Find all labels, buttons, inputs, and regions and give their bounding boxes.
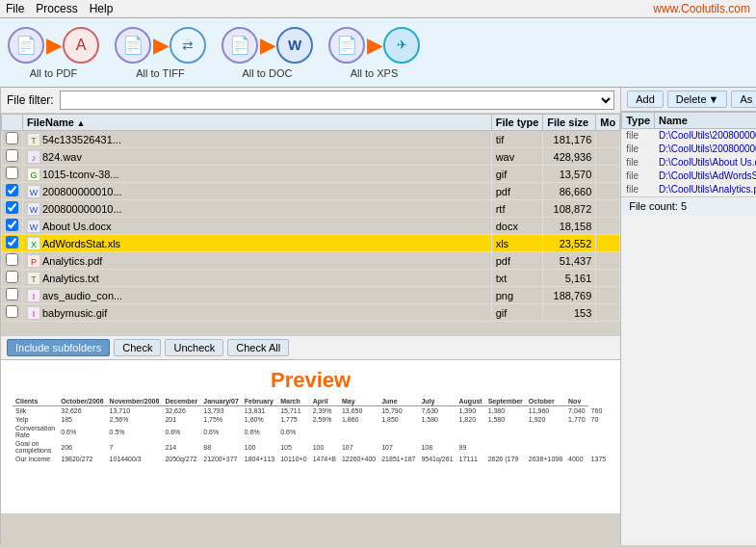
preview-data-cell: 32,626	[162, 406, 200, 416]
file-row-mo	[596, 166, 620, 183]
preview-data-cell: 13,710	[107, 406, 163, 416]
right-list-item[interactable]: file D:\CoolUtils\200800000010.pdf	[622, 129, 756, 143]
menu-file[interactable]: File	[6, 2, 24, 15]
preview-data-cell: 108	[418, 439, 456, 455]
file-row-check[interactable]	[2, 235, 23, 252]
file-row-check[interactable]	[2, 270, 23, 287]
file-row[interactable]: PAnalytics.pdf pdf 51,437	[2, 252, 620, 270]
file-row-check[interactable]	[2, 200, 23, 218]
col-mo-header[interactable]: Mo	[596, 115, 620, 131]
right-list-item[interactable]: file D:\CoolUtils\Analytics.pdf	[622, 183, 756, 196]
as-list-button[interactable]: As List ▼	[731, 91, 756, 108]
preview-data-cell: 12260+400	[339, 455, 378, 463]
preview-data-cell: 201	[162, 415, 200, 424]
uncheck-button[interactable]: Uncheck	[165, 339, 223, 356]
file-row-size: 108,872	[543, 200, 596, 218]
add-button[interactable]: Add	[627, 91, 664, 108]
file-row[interactable]: Ibabymusic.gif gif 153	[2, 304, 620, 322]
preview-data-cell: Our income	[13, 455, 58, 463]
preview-data-cell: 0.6%	[277, 424, 309, 439]
preview-data-cell: 1,860	[339, 415, 378, 424]
col-filesize-header[interactable]: File size	[543, 115, 596, 131]
file-row-mo	[596, 200, 620, 218]
file-row-name: W200800000010...	[23, 200, 492, 218]
preview-data-cell	[418, 424, 456, 439]
right-list-item[interactable]: file D:\CoolUtils\200800000010.rtf	[622, 143, 756, 156]
preview-header-cell: Clients	[13, 397, 58, 406]
right-list-item[interactable]: file D:\CoolUtils\About Us.docx	[622, 156, 756, 170]
preview-data-cell	[485, 439, 526, 455]
file-row[interactable]: G1015-tconv-38... gif 13,570	[2, 166, 620, 183]
preview-header-cell: September	[485, 397, 526, 406]
preview-data-cell	[339, 424, 378, 439]
file-row-check[interactable]	[2, 183, 23, 200]
right-list-item[interactable]: file D:\CoolUtils\AdWordsStat.xls	[622, 170, 756, 183]
preview-data-cell: 1,75%	[200, 415, 242, 424]
file-row-mo	[596, 304, 620, 322]
file-row-check[interactable]	[2, 148, 23, 166]
preview-header-cell: November/2006	[107, 397, 163, 406]
file-row-mo	[596, 287, 620, 304]
file-row-check[interactable]	[2, 131, 23, 148]
preview-data-cell: 13,793	[200, 406, 242, 416]
file-row-mo	[596, 148, 620, 166]
file-row-name: Iavs_audio_con...	[23, 287, 492, 304]
file-row[interactable]: TAnalytics.txt txt 5,161	[2, 270, 620, 287]
preview-header-cell: March	[277, 397, 309, 406]
file-count-area: File count: 5	[621, 196, 756, 215]
file-row[interactable]: T54c133526431... tif 181,176	[2, 131, 620, 148]
all-to-xps-label: All to XPS	[351, 67, 399, 79]
file-count-label: File count:	[629, 200, 678, 212]
col-filename-header[interactable]: FileName	[23, 115, 492, 131]
arrow-icon-1: ▶	[46, 34, 61, 57]
file-table-scroll[interactable]: FileName File type File size Mo T54c1335…	[1, 114, 620, 335]
all-to-pdf-button[interactable]: 📄 ▶ A All to PDF	[8, 27, 99, 79]
include-subfolders-button[interactable]: Include subfolders	[7, 339, 110, 356]
preview-data-cell: 9541q/261	[418, 455, 456, 463]
all-to-tiff-button[interactable]: 📄 ▶ ⇄ All to TIFF	[115, 27, 206, 79]
all-to-doc-button[interactable]: 📄 ▶ W All to DOC	[222, 27, 313, 79]
preview-data-cell: 1474+B	[310, 455, 339, 463]
preview-data-cell: 0.6%	[242, 424, 277, 439]
file-row[interactable]: W200800000010... pdf 86,660	[2, 183, 620, 200]
preview-data-cell	[456, 424, 485, 439]
preview-data-cell: 1,820	[456, 415, 485, 424]
preview-data-row: Goal on completions206721488100105100107…	[13, 439, 609, 455]
file-row[interactable]: W200800000010... rtf 108,872	[2, 200, 620, 218]
file-row[interactable]: XAdWordsStat.xls xls 23,552	[2, 235, 620, 252]
file-row-check[interactable]	[2, 252, 23, 270]
menu-process[interactable]: Process	[36, 2, 77, 15]
all-to-xps-button[interactable]: 📄 ▶ ✈ All to XPS	[328, 27, 420, 79]
check-button[interactable]: Check	[114, 339, 161, 356]
col-filetype-header[interactable]: File type	[491, 115, 543, 131]
delete-button[interactable]: Delete ▼	[667, 91, 728, 108]
brand-label: www.Coolutils.com	[653, 2, 750, 15]
preview-data-cell	[565, 439, 588, 455]
file-row[interactable]: WAbout Us.docx docx 18,158	[2, 218, 620, 235]
preview-data-cell: 1,390	[456, 406, 485, 416]
file-row-size: 188,769	[543, 287, 596, 304]
preview-data-cell: 70	[588, 415, 610, 424]
preview-data-cell: 2,59%	[310, 415, 339, 424]
preview-data-cell: Goal on completions	[13, 439, 58, 455]
file-row-check[interactable]	[2, 218, 23, 235]
preview-data-cell: 107	[378, 439, 418, 455]
preview-data-cell	[588, 424, 610, 439]
preview-data-cell: 2050q/272	[162, 455, 200, 463]
file-row[interactable]: ♪824.wav wav 428,936	[2, 148, 620, 166]
file-row[interactable]: Iavs_audio_con... png 188,769	[2, 287, 620, 304]
check-all-button[interactable]: Check All	[227, 339, 289, 356]
file-row-check[interactable]	[2, 304, 23, 322]
tiff-icon: ⇄	[169, 27, 206, 64]
file-row-check[interactable]	[2, 287, 23, 304]
preview-data-cell	[310, 424, 339, 439]
menu-bar: File Process Help www.Coolutils.com	[0, 0, 756, 18]
file-row-check[interactable]	[2, 166, 23, 183]
file-filter-select[interactable]	[60, 91, 614, 110]
file-row-mo	[596, 218, 620, 235]
preview-content: ClientsOctober/2006November/2006December…	[1, 393, 620, 467]
preview-data-cell: 760	[588, 406, 610, 416]
menu-help[interactable]: Help	[90, 2, 114, 15]
preview-data-cell: 2,56%	[107, 415, 163, 424]
file-row-type: wav	[491, 148, 543, 166]
